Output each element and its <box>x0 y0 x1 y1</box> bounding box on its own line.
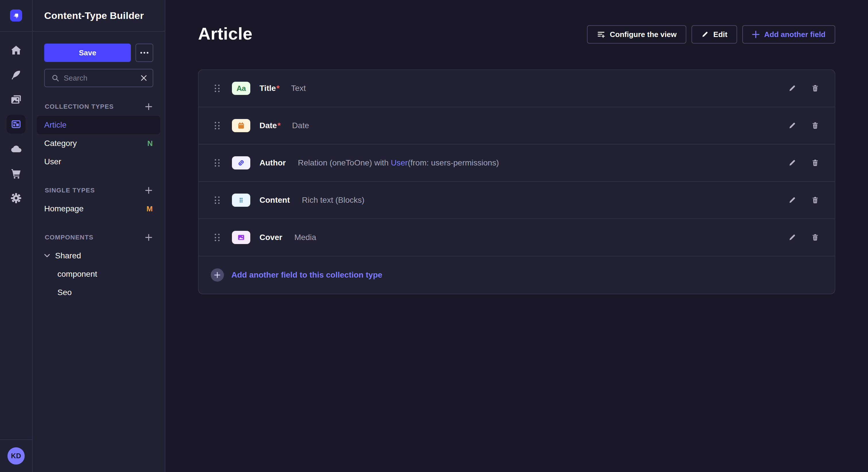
configure-view-button[interactable]: Configure the view <box>587 25 687 43</box>
more-actions-button[interactable] <box>135 43 153 62</box>
trash-icon <box>811 233 819 241</box>
edit-field-button[interactable] <box>787 232 797 243</box>
single-types-list: Homepage M <box>37 200 160 218</box>
row-actions <box>787 232 820 243</box>
add-another-field-label: Add another field <box>764 30 826 39</box>
components-label: COMPONENTS <box>45 234 94 241</box>
feather-icon <box>10 69 22 80</box>
status-badge: N <box>147 139 153 148</box>
delete-field-button[interactable] <box>810 195 820 205</box>
delete-field-button[interactable] <box>810 232 820 243</box>
sidebar-item-deploy[interactable] <box>0 136 32 161</box>
rail-footer: KD <box>0 439 32 472</box>
user-avatar[interactable]: KD <box>7 447 25 465</box>
configure-view-label: Configure the view <box>610 30 677 39</box>
relation-target: User <box>391 158 408 167</box>
sidebar-group-shared[interactable]: Shared <box>37 247 160 265</box>
field-name: Author <box>259 158 286 167</box>
drag-handle[interactable] <box>215 122 220 129</box>
sidebar-item-marketplace[interactable] <box>0 161 32 186</box>
sidebar-item-settings[interactable] <box>0 186 32 210</box>
main-content: Article Configure the view Edit <box>165 0 868 472</box>
row-actions <box>787 195 820 205</box>
add-field-circle <box>211 268 224 281</box>
trash-icon <box>811 84 819 92</box>
delete-field-button[interactable] <box>810 83 820 94</box>
drag-handle[interactable] <box>215 234 220 241</box>
drag-handle[interactable] <box>215 85 220 92</box>
edit-field-button[interactable] <box>787 83 797 94</box>
add-collection-type-button[interactable] <box>144 102 153 111</box>
field-row-content: Content Rich text (Blocks) <box>198 182 835 219</box>
edit-field-button[interactable] <box>787 121 797 131</box>
drag-handle[interactable] <box>215 159 220 167</box>
components-section-header: COMPONENTS <box>44 233 153 242</box>
search-input[interactable] <box>64 74 136 82</box>
add-field-row[interactable]: Add another field to this collection typ… <box>198 256 835 294</box>
search-box <box>44 69 153 87</box>
gear-icon <box>10 193 22 204</box>
field-name: Cover <box>259 233 283 242</box>
subnav-title: Content-Type Builder <box>44 10 144 21</box>
item-label: Seo <box>57 288 72 297</box>
edit-button[interactable]: Edit <box>691 25 737 43</box>
collection-types-label: COLLECTION TYPES <box>45 103 114 110</box>
page-title: Article <box>198 24 253 43</box>
clear-search-icon[interactable] <box>141 75 147 81</box>
home-icon <box>10 44 22 56</box>
sidebar-item-home[interactable] <box>0 38 32 63</box>
pencil-icon <box>788 233 796 241</box>
edit-field-button[interactable] <box>787 195 797 205</box>
sidebar-item-homepage[interactable]: Homepage M <box>37 200 160 218</box>
sidebar-item-article[interactable]: Article <box>37 116 160 134</box>
media-field-icon <box>232 231 250 244</box>
item-label: component <box>57 270 97 279</box>
media-library-icon <box>10 94 22 105</box>
delete-field-button[interactable] <box>810 121 820 131</box>
header-actions: Configure the view Edit Add another fiel… <box>587 24 835 43</box>
row-actions <box>787 83 820 94</box>
field-row-cover: Cover Media <box>198 219 835 256</box>
delete-field-button[interactable] <box>810 158 820 168</box>
sidebar-item-seo[interactable]: Seo <box>37 283 160 302</box>
sidebar-item-component[interactable]: component <box>37 265 160 283</box>
rail-nav-items <box>0 32 32 210</box>
sidebar-item-media-library[interactable] <box>0 87 32 112</box>
field-name: Date* <box>259 121 281 130</box>
plus-icon <box>145 234 152 241</box>
single-types-label: SINGLE TYPES <box>45 187 95 194</box>
pencil-icon <box>788 196 796 204</box>
strapi-logo[interactable] <box>10 9 22 22</box>
add-field-row-label: Add another field to this collection typ… <box>231 270 382 279</box>
sidebar-item-user[interactable]: User <box>37 153 160 171</box>
blocks-field-icon <box>232 194 250 207</box>
add-component-button[interactable] <box>144 233 153 242</box>
add-another-field-button[interactable]: Add another field <box>742 25 835 43</box>
trash-icon <box>811 196 819 204</box>
status-badge: M <box>146 204 153 213</box>
cart-icon <box>10 168 22 179</box>
item-label: Homepage <box>44 204 84 213</box>
save-button[interactable]: Save <box>44 43 131 62</box>
date-field-icon <box>232 119 250 132</box>
main-nav-rail: KD <box>0 0 33 472</box>
pencil-icon <box>788 159 796 167</box>
field-type: Rich text (Blocks) <box>302 196 365 205</box>
field-name: Title* <box>259 84 280 93</box>
item-label: User <box>44 157 61 166</box>
plus-icon <box>145 103 152 110</box>
dot <box>147 52 148 54</box>
field-type: Date <box>292 121 309 130</box>
drag-handle[interactable] <box>215 196 220 204</box>
rail-header <box>0 0 32 32</box>
sidebar-item-content-type-builder[interactable] <box>0 112 32 136</box>
row-actions <box>787 121 820 131</box>
sidebar-item-category[interactable]: Category N <box>37 134 160 153</box>
add-single-type-button[interactable] <box>144 186 153 195</box>
edit-field-button[interactable] <box>787 158 797 168</box>
dot <box>144 52 145 54</box>
collection-types-section-header: COLLECTION TYPES <box>44 102 153 111</box>
sidebar-item-content-manager[interactable] <box>0 63 32 87</box>
save-row: Save <box>44 43 153 62</box>
configure-list-icon <box>597 30 606 39</box>
